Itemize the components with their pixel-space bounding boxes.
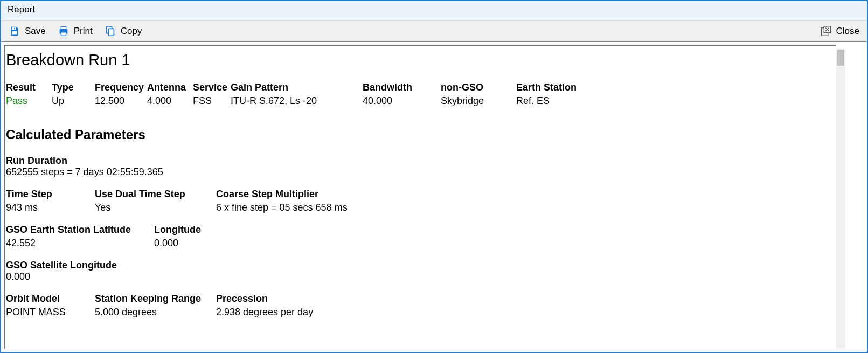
print-button[interactable]: Print — [55, 24, 95, 38]
save-button[interactable]: Save — [6, 24, 48, 38]
toolbar: Save Print Copy Close — [1, 20, 867, 42]
copy-icon — [105, 25, 116, 37]
save-icon — [9, 25, 20, 37]
col-type: Type — [52, 82, 95, 93]
block-orbit: Orbit Model Station Keeping Range Preces… — [6, 293, 834, 318]
value-time-step: 943 ms — [6, 202, 95, 213]
val-result: Pass — [6, 95, 52, 107]
svg-rect-2 — [14, 28, 15, 30]
label-sat-lon: GSO Satellite Longitude — [6, 260, 834, 271]
svg-rect-5 — [61, 32, 66, 36]
titlebar: Report — [1, 1, 867, 20]
label-run-duration: Run Duration — [6, 155, 834, 167]
report-viewport: Breakdown Run 1 Result Type Frequency An… — [4, 45, 836, 349]
val-bandwidth: 40.000 — [363, 95, 441, 107]
label-orbit-model: Orbit Model — [6, 293, 95, 304]
print-label: Print — [74, 26, 93, 37]
copy-label: Copy — [121, 26, 142, 37]
svg-rect-7 — [108, 29, 114, 36]
summary-value-row: Pass Up 12.500 4.000 FSS ITU-R S.672, Ls… — [6, 95, 834, 107]
page-title: Breakdown Run 1 — [6, 51, 834, 69]
block-es-location: GSO Earth Station Latitude Longitude 42.… — [6, 224, 834, 249]
close-icon — [820, 25, 832, 37]
col-result: Result — [6, 82, 52, 93]
label-use-dual: Use Dual Time Step — [95, 189, 216, 200]
svg-rect-0 — [12, 27, 16, 30]
print-icon — [58, 25, 70, 37]
label-coarse: Coarse Step Multiplier — [216, 189, 356, 200]
value-sk-range: 5.000 degrees — [95, 307, 216, 318]
block-time-step: Time Step Use Dual Time Step Coarse Step… — [6, 189, 834, 213]
val-service: FSS — [193, 95, 231, 107]
scrollbar-vertical[interactable] — [836, 49, 845, 349]
col-earthstation: Earth Station — [516, 82, 602, 93]
svg-rect-1 — [12, 31, 17, 34]
val-gain-pattern: ITU-R S.672, Ls -20 — [231, 95, 363, 107]
value-sat-lon: 0.000 — [6, 271, 834, 282]
col-antenna: Antenna — [147, 82, 193, 93]
col-service: Service — [193, 82, 231, 93]
col-bandwidth: Bandwidth — [363, 82, 441, 93]
col-nongso: non-GSO — [441, 82, 516, 93]
save-label: Save — [25, 26, 46, 37]
report-window: Report Save Print Copy Close — [0, 0, 868, 353]
block-sat-lon: GSO Satellite Longitude 0.000 — [6, 260, 834, 282]
close-label: Close — [836, 26, 859, 37]
label-es-lat: GSO Earth Station Latitude — [6, 224, 154, 236]
col-gain-pattern: Gain Pattern — [231, 82, 363, 93]
label-precession: Precession — [216, 293, 324, 304]
label-es-lon: Longitude — [154, 224, 235, 236]
summary-header-row: Result Type Frequency Antenna Service Ga… — [6, 82, 834, 93]
svg-rect-4 — [61, 27, 66, 30]
block-run-duration: Run Duration 652555 steps = 7 days 02:55… — [6, 155, 834, 178]
label-sk-range: Station Keeping Range — [95, 293, 216, 304]
label-time-step: Time Step — [6, 189, 95, 200]
col-frequency: Frequency — [95, 82, 147, 93]
section-calculated-params: Calculated Parameters — [6, 127, 834, 142]
val-antenna: 4.000 — [147, 95, 193, 107]
val-type: Up — [52, 95, 95, 107]
copy-button[interactable]: Copy — [102, 24, 144, 38]
window-title: Report — [8, 4, 35, 15]
value-coarse: 6 x fine step = 05 secs 658 ms — [216, 202, 378, 213]
val-nongso: Skybridge — [441, 95, 516, 107]
value-use-dual: Yes — [95, 202, 216, 213]
value-precession: 2.938 degrees per day — [216, 307, 335, 318]
report-content: Breakdown Run 1 Result Type Frequency An… — [5, 46, 836, 331]
value-run-duration: 652555 steps = 7 days 02:55:59.365 — [6, 167, 834, 178]
value-es-lat: 42.552 — [6, 238, 154, 249]
val-earthstation: Ref. ES — [516, 95, 602, 107]
value-es-lon: 0.000 — [154, 238, 235, 249]
close-button[interactable]: Close — [818, 24, 862, 38]
val-frequency: 12.500 — [95, 95, 147, 107]
scrollbar-thumb[interactable] — [837, 50, 844, 66]
value-orbit-model: POINT MASS — [6, 307, 95, 318]
